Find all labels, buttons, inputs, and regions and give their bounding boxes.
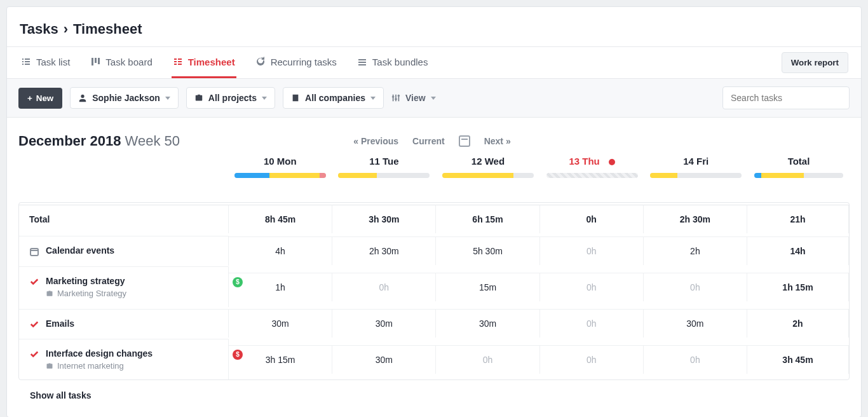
table-row: Marketing strategy Marketing Strategy $ … [19,266,849,307]
sliders-icon [391,93,400,102]
calendar-icon[interactable] [459,135,470,147]
cell[interactable]: 30m [332,309,436,338]
user-icon [78,93,87,102]
day-fri: 14 Fri [644,156,748,178]
period-title: December 2018 Week 50 [18,133,180,149]
cell[interactable]: 0h [436,345,539,374]
chevron-down-icon [431,97,436,100]
company-filter-label: All companies [305,93,365,103]
today-dot-icon [609,159,615,165]
timesheet-icon [173,57,183,67]
day-bar [442,173,534,178]
task-project[interactable]: Marketing Strategy [46,289,126,298]
cell-total: 1h 15m [747,273,849,301]
cell[interactable]: 2h [644,236,747,265]
tab-recurring[interactable]: Recurring tasks [254,48,338,78]
task-title[interactable]: Interface design changes [46,348,153,359]
cell[interactable]: 3h 30m [332,205,436,233]
cell[interactable]: 0h [540,205,644,233]
recurring-icon [255,57,266,67]
check-icon [29,350,39,359]
task-title[interactable]: Emails [46,318,74,329]
pager-prev[interactable]: « Previous [353,136,398,146]
task-title[interactable]: Marketing strategy [46,276,126,286]
cell[interactable]: 30m [229,309,332,338]
chevron-down-icon [165,97,170,100]
cell[interactable]: 5h 30m [436,236,539,265]
cell[interactable]: 0h [644,345,747,374]
cell[interactable]: 30m [332,345,436,374]
plus-icon: + [27,93,32,103]
check-icon [29,320,39,329]
day-label: 11 Tue [332,156,437,167]
tabs: Task list Task board Timesheet Recurring… [7,47,861,79]
user-filter-label: Sophie Jackson [92,93,160,103]
cell[interactable]: 30m [436,309,539,338]
cell[interactable]: 0h [540,309,644,338]
cell[interactable]: 15m [436,273,539,301]
pager-current[interactable]: Current [412,136,445,146]
new-label: New [36,93,53,103]
cell-total: 3h 45m [747,345,849,374]
tab-task-list[interactable]: Task list [20,48,71,78]
tab-label: Recurring tasks [271,57,337,67]
cell[interactable]: $ 1h [229,273,332,301]
day-bar [234,173,326,178]
company-filter[interactable]: All companies [283,87,384,109]
task-project[interactable]: Internet marketing [46,361,153,371]
breadcrumb-separator: › [64,21,68,38]
user-filter[interactable]: Sophie Jackson [70,87,179,109]
timesheet-grid: Total 8h 45m 3h 30m 6h 15m 0h 2h 30m 21h… [18,202,850,380]
tab-task-board[interactable]: Task board [89,48,153,78]
day-wed: 12 Wed [436,156,540,178]
breadcrumb-parent[interactable]: Tasks [20,21,58,38]
tab-label: Task list [36,57,70,67]
cell-total: 2h [747,309,849,338]
day-total: Total [748,156,850,178]
cell[interactable]: 0h [540,273,644,301]
check-icon [29,277,39,286]
cell[interactable]: 6h 15m [436,205,539,233]
show-all-tasks[interactable]: Show all tasks [18,380,850,411]
cell[interactable]: 30m [644,309,747,338]
cell[interactable]: 4h [229,236,332,265]
tab-label: Task board [105,57,152,67]
totals-label: Total [19,205,229,233]
nonbillable-badge-icon: $ [233,350,243,360]
cell[interactable]: 0h [644,273,747,301]
day-thu: 13 Thu [540,156,644,178]
table-row: Emails 30m 30m 30m 0h 30m 2h [19,307,849,339]
cell[interactable]: 2h 30m [332,236,436,265]
day-tue: 11 Tue [332,156,437,178]
toolbar: + New Sophie Jackson All projects All co… [7,79,861,118]
view-filter[interactable]: View [391,93,436,103]
work-report-button[interactable]: Work report [782,52,848,73]
period-week: Week 50 [125,133,180,149]
app-card: Tasks › Timesheet Task list Task board T… [6,6,862,417]
breadcrumb: Tasks › Timesheet [7,7,861,47]
day-label: 12 Wed [436,156,540,167]
period-month: December 2018 [18,133,121,149]
task-title[interactable]: Calendar events [46,245,114,256]
breadcrumb-current: Timesheet [73,21,142,38]
calendar-icon [29,247,39,257]
content: December 2018 Week 50 « Previous Current… [7,118,861,417]
cell[interactable]: 0h [332,273,436,301]
chevron-down-icon [370,97,376,100]
project-filter[interactable]: All projects [186,87,275,109]
cell[interactable]: 8h 45m [229,205,332,233]
pager-next[interactable]: Next » [484,136,511,146]
billable-badge-icon: $ [233,277,243,287]
cell[interactable]: $ 3h 15m [229,345,332,374]
cell[interactable]: 2h 30m [644,205,747,233]
tab-bundles[interactable]: Task bundles [356,48,430,78]
bundles-icon [357,57,367,67]
tab-label: Task bundles [372,57,428,67]
cell[interactable]: 0h [540,236,644,265]
new-button[interactable]: + New [18,88,62,109]
tab-timesheet[interactable]: Timesheet [172,48,236,78]
day-mon: 10 Mon [228,156,332,178]
view-label: View [405,93,426,103]
cell[interactable]: 0h [540,345,644,374]
search-input[interactable] [722,86,850,109]
